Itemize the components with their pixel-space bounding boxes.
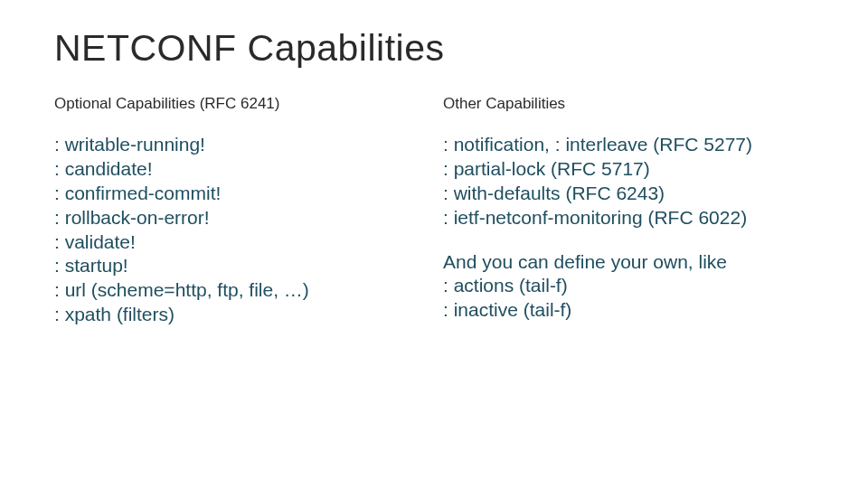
right-body-2: And you can define your own, like: actio…	[443, 250, 823, 324]
right-body-1: : notification, : interleave (RFC 5277):…	[443, 133, 823, 230]
page-title: NETCONF Capabilities	[54, 27, 823, 70]
column-right: Other Capabilities : notification, : int…	[443, 95, 823, 327]
columns: Optional Capabilities (RFC 6241) : writa…	[54, 95, 823, 327]
slide: NETCONF Capabilities Optional Capabiliti…	[0, 0, 868, 488]
right-heading: Other Capabilities	[443, 95, 823, 113]
left-body: : writable-running!: candidate!: confirm…	[54, 133, 434, 327]
left-heading: Optional Capabilities (RFC 6241)	[54, 95, 434, 113]
column-left: Optional Capabilities (RFC 6241) : writa…	[54, 95, 434, 327]
